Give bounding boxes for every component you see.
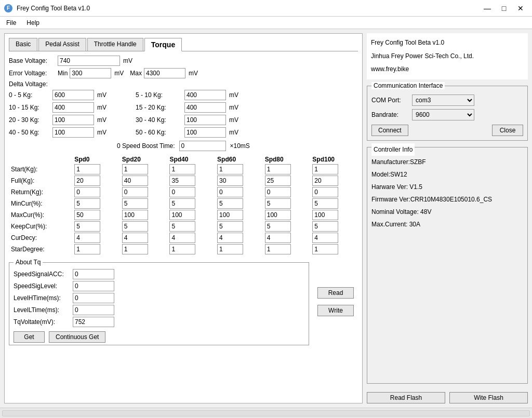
- range-6-input[interactable]: [184, 115, 226, 125]
- connect-button[interactable]: Connect: [371, 125, 408, 136]
- continuous-get-button[interactable]: Continuous Get: [49, 331, 105, 343]
- speed-input-r4-c3[interactable]: [217, 210, 243, 220]
- speed-input-r1-c3[interactable]: [217, 176, 243, 186]
- controller-info-group: Controller Info Manufacturer:SZBF Model:…: [367, 147, 528, 384]
- range-4-input[interactable]: [184, 90, 226, 100]
- speed-input-r4-c1[interactable]: [122, 210, 148, 220]
- com-port-select[interactable]: com3 com1 com2 com4: [412, 95, 474, 106]
- speed-input-r6-c3[interactable]: [217, 233, 243, 243]
- about-tq-group: About Tq SpeedSignalACC:SpeedSigLevel:Le…: [9, 262, 309, 345]
- range-1-unit: mV: [97, 104, 107, 111]
- scrollbar[interactable]: [2, 410, 530, 416]
- speed-input-r2-c2[interactable]: [169, 187, 195, 197]
- tq-field-input-1[interactable]: [73, 281, 114, 291]
- speed-input-r0-c0[interactable]: [74, 164, 100, 174]
- speed-input-r5-c0[interactable]: [74, 221, 100, 232]
- website: www.frey.bike: [371, 64, 524, 75]
- read-flash-button[interactable]: Read Flash: [367, 392, 445, 403]
- speed-input-r4-c0[interactable]: [74, 210, 100, 220]
- range-3-input[interactable]: [52, 127, 94, 138]
- speed-input-r3-c1[interactable]: [122, 198, 148, 209]
- close-button[interactable]: ✕: [513, 1, 528, 16]
- speed-input-r6-c0[interactable]: [74, 233, 100, 243]
- speed-input-r1-c2[interactable]: [169, 176, 195, 186]
- tq-field-input-0[interactable]: [73, 269, 114, 279]
- speed-input-r5-c1[interactable]: [122, 221, 148, 232]
- tab-basic[interactable]: Basic: [9, 38, 37, 51]
- range-5-input[interactable]: [184, 102, 226, 113]
- base-voltage-input[interactable]: [58, 56, 120, 66]
- tq-field-row-3: LevelLTime(ms):: [14, 305, 304, 315]
- speed-input-r3-c2[interactable]: [169, 198, 195, 209]
- speed-row-label: Full(Kg):: [9, 175, 72, 186]
- speed-input-r2-c4[interactable]: [265, 187, 291, 197]
- speed-input-r6-c1[interactable]: [122, 233, 148, 243]
- minimize-button[interactable]: —: [480, 1, 495, 16]
- range-1-input[interactable]: [52, 102, 94, 113]
- tab-torque[interactable]: Torque: [144, 38, 182, 51]
- speed-input-r6-c4[interactable]: [265, 233, 291, 243]
- speed-input-r5-c3[interactable]: [217, 221, 243, 232]
- speed-input-r4-c2[interactable]: [169, 210, 195, 220]
- maximize-button[interactable]: □: [497, 1, 511, 16]
- speed-input-r5-c4[interactable]: [265, 221, 291, 232]
- tq-field-row-2: LevelHTime(ms):: [14, 293, 304, 303]
- speed-input-r1-c1[interactable]: [122, 176, 148, 186]
- baudrate-select[interactable]: 9600 19200 38400 115200: [412, 109, 474, 120]
- speed-input-r7-c4[interactable]: [265, 244, 291, 254]
- speed-input-r2-c1[interactable]: [122, 187, 148, 197]
- range-4-unit: mV: [229, 91, 238, 99]
- speed-input-r7-c3[interactable]: [217, 244, 243, 254]
- table-row: MinCur(%):: [9, 198, 358, 209]
- speed-input-r3-c4[interactable]: [265, 198, 291, 209]
- boost-time-input[interactable]: [179, 141, 226, 151]
- write-flash-button[interactable]: Wite Flash: [449, 392, 528, 403]
- range-6: 30 - 40 Kg: mV: [136, 115, 238, 125]
- speed-input-r1-c5[interactable]: [312, 176, 338, 186]
- speed-row-label: Return(Kg):: [9, 186, 72, 198]
- tq-field-input-2[interactable]: [73, 293, 114, 303]
- speed-input-r7-c1[interactable]: [122, 244, 148, 254]
- speed-input-r2-c0[interactable]: [74, 187, 100, 197]
- range-0-input[interactable]: [52, 90, 94, 100]
- speed-input-r7-c5[interactable]: [312, 244, 338, 254]
- speed-input-r0-c1[interactable]: [122, 164, 148, 174]
- tab-pedal-assist[interactable]: Pedal Assist: [38, 38, 86, 51]
- speed-input-r3-c5[interactable]: [312, 198, 338, 209]
- menu-file[interactable]: File: [2, 18, 20, 28]
- speed-input-r6-c5[interactable]: [312, 233, 338, 243]
- speed-input-r2-c5[interactable]: [312, 187, 338, 197]
- range-0: 0 - 5 Kg: mV: [9, 90, 107, 100]
- close-comm-button[interactable]: Close: [492, 125, 523, 136]
- speed-input-r7-c2[interactable]: [169, 244, 195, 254]
- read-button[interactable]: Read: [317, 287, 354, 299]
- tq-field-input-3[interactable]: [73, 305, 114, 315]
- menu-help[interactable]: Help: [22, 18, 44, 28]
- speed-row-label: MinCur(%):: [9, 198, 72, 209]
- speed-input-r0-c5[interactable]: [312, 164, 338, 174]
- speed-input-r7-c0[interactable]: [74, 244, 100, 254]
- range-2-input[interactable]: [52, 115, 94, 125]
- com-port-row: COM Port: com3 com1 com2 com4: [371, 95, 523, 106]
- speed-input-r2-c3[interactable]: [217, 187, 243, 197]
- tab-throttle-handle[interactable]: Throttle Handle: [87, 38, 143, 51]
- speed-input-r6-c2[interactable]: [169, 233, 195, 243]
- tq-field-input-4[interactable]: [73, 317, 114, 327]
- range-7-input[interactable]: [184, 127, 226, 138]
- speed-input-r3-c3[interactable]: [217, 198, 243, 209]
- error-voltage-max-input[interactable]: [144, 68, 185, 78]
- error-voltage-min-input[interactable]: [70, 68, 111, 78]
- write-button[interactable]: Write: [317, 305, 354, 316]
- speed-input-r5-c2[interactable]: [169, 221, 195, 232]
- speed-input-r0-c2[interactable]: [169, 164, 195, 174]
- speed-input-r4-c4[interactable]: [265, 210, 291, 220]
- speed-input-r3-c0[interactable]: [74, 198, 100, 209]
- get-button[interactable]: Get: [14, 331, 45, 343]
- speed-input-r5-c5[interactable]: [312, 221, 338, 232]
- speed-input-r1-c4[interactable]: [265, 176, 291, 186]
- speed-input-r0-c3[interactable]: [217, 164, 243, 174]
- speed-input-r4-c5[interactable]: [312, 210, 338, 220]
- range-1-label: 10 - 15 Kg:: [9, 104, 50, 111]
- speed-input-r1-c0[interactable]: [74, 176, 100, 186]
- speed-input-r0-c4[interactable]: [265, 164, 291, 174]
